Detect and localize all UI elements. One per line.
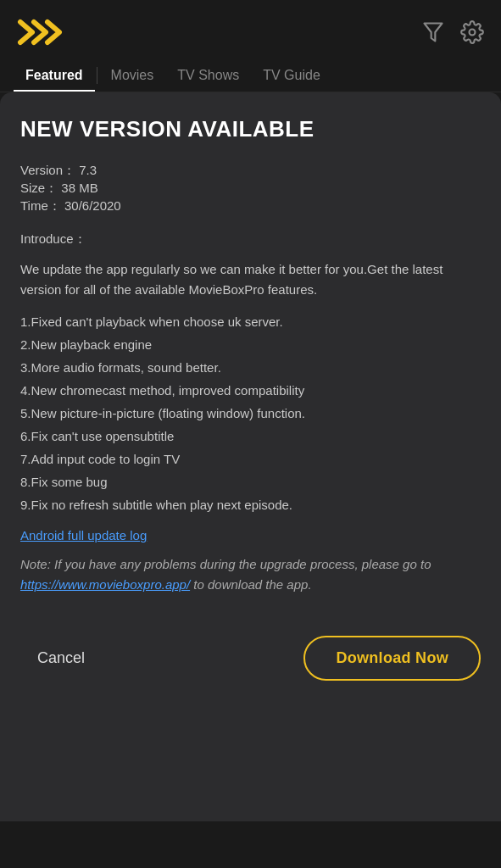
- note-after: to download the app.: [190, 577, 311, 592]
- modal-title: NEW VERSION AVAILABLE: [20, 116, 481, 142]
- nav-tabs: Featured Movies TV Shows TV Guide: [0, 59, 501, 92]
- changelog-item: 8.Fix some bug: [20, 470, 481, 493]
- android-log-link[interactable]: Android full update log: [20, 528, 481, 542]
- changelog-text: 1.Fixed can't playback when choose uk se…: [20, 310, 481, 516]
- modal-footer: Cancel Download Now: [0, 619, 501, 706]
- filter-button[interactable]: [421, 20, 445, 44]
- description-text: We update the app regularly so we can ma…: [20, 259, 481, 300]
- svg-point-1: [470, 30, 476, 36]
- version-info: Version： 7.3 Size： 38 MB Time： 30/6/2020: [20, 163, 481, 214]
- changelog-item: 7.Add input code to login TV: [20, 448, 481, 470]
- changelog-item: 1.Fixed can't playback when choose uk se…: [20, 310, 481, 333]
- tab-tv-guide[interactable]: TV Guide: [251, 59, 332, 92]
- changelog-item: 5.New picture-in-picture (floating windo…: [20, 402, 481, 425]
- size-label: Size：: [20, 181, 58, 195]
- version-line: Version： 7.3: [20, 163, 481, 179]
- tab-featured[interactable]: Featured: [14, 59, 95, 92]
- filter-icon: [421, 20, 445, 44]
- changelog-item: 4.New chromecast method, improved compat…: [20, 379, 481, 402]
- note-link[interactable]: https://www.movieboxpro.app/: [20, 577, 190, 592]
- note-before: Note: If you have any problems during th…: [20, 557, 431, 571]
- time-line: Time： 30/6/2020: [20, 198, 481, 214]
- cancel-button[interactable]: Cancel: [20, 639, 102, 677]
- tab-tv-shows[interactable]: TV Shows: [165, 59, 251, 92]
- svg-marker-0: [425, 24, 443, 42]
- changelog-item: 9.Fix no refresh subtitle when play next…: [20, 493, 481, 516]
- update-modal: NEW VERSION AVAILABLE Version： 7.3 Size：…: [0, 92, 501, 821]
- logo-icon: [17, 15, 78, 49]
- nav-divider: [97, 67, 97, 84]
- download-button[interactable]: Download Now: [303, 636, 481, 681]
- introduce-label: Introduce：: [20, 231, 481, 248]
- header-icons: [421, 20, 484, 44]
- changelog-item: 3.More audio formats, sound better.: [20, 356, 481, 379]
- modal-content: NEW VERSION AVAILABLE Version： 7.3 Size：…: [0, 92, 501, 595]
- note-text: Note: If you have any problems during th…: [20, 554, 481, 595]
- app-header: [0, 0, 501, 59]
- settings-button[interactable]: [460, 20, 484, 44]
- time-value: 30/6/2020: [64, 198, 121, 213]
- time-label: Time：: [20, 198, 61, 213]
- version-label: Version：: [20, 163, 75, 177]
- size-value: 38 MB: [61, 181, 97, 195]
- size-line: Size： 38 MB: [20, 181, 481, 197]
- changelog-item: 6.Fix can't use opensubtitle: [20, 425, 481, 448]
- settings-icon: [460, 20, 484, 44]
- tab-movies[interactable]: Movies: [99, 59, 166, 92]
- app-logo: [17, 15, 78, 49]
- changelog-item: 2.New playback engine: [20, 333, 481, 356]
- version-value: 7.3: [79, 163, 97, 177]
